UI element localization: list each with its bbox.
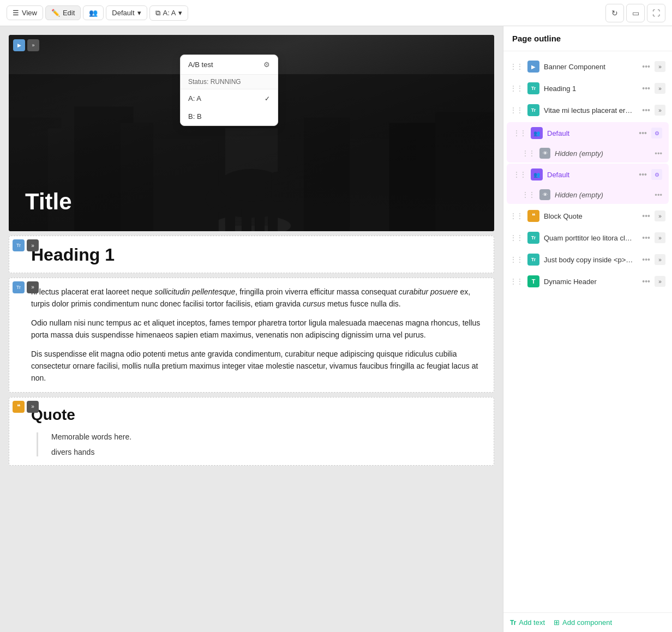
- heading-block-icon: Tr: [13, 239, 25, 251]
- outline-expand-default2[interactable]: ⚙: [651, 169, 662, 180]
- svg-rect-16: [242, 207, 251, 231]
- desktop-button[interactable]: ▭: [626, 4, 645, 22]
- outline-dots-justbody[interactable]: •••: [640, 254, 652, 265]
- outline-actions-vitae: ••• »: [640, 105, 665, 116]
- chevron-down-icon: ▾: [137, 9, 141, 17]
- quote-title: Quote: [31, 406, 486, 424]
- edit-icon: ✏️: [51, 9, 60, 17]
- drag-handle-blockquote: ⋮⋮: [510, 212, 523, 220]
- heading-expand-button[interactable]: »: [27, 239, 39, 251]
- add-component-label: Add component: [562, 618, 612, 627]
- outline-dots-blockquote[interactable]: •••: [640, 210, 652, 221]
- canvas-area[interactable]: A/B test ⚙ Status: RUNNING A: A ✓ B: B: [0, 26, 503, 632]
- drag-handle-hidden1: ⋮⋮: [522, 149, 535, 157]
- ab-dropdown: A/B test ⚙ Status: RUNNING A: A ✓ B: B: [180, 55, 278, 126]
- quote-text: Memorable words here.: [51, 432, 486, 441]
- edit-button[interactable]: ✏️ Edit: [45, 5, 81, 20]
- outline-sub-hidden2[interactable]: ⋮⋮ 👁 Hidden (empty) •••: [507, 185, 669, 204]
- default-dropdown[interactable]: Default ▾: [106, 5, 147, 20]
- quote-expand-button[interactable]: »: [27, 401, 39, 413]
- outline-expand-justbody[interactable]: »: [655, 254, 665, 265]
- outline-dots-default2[interactable]: •••: [637, 169, 649, 180]
- ab-option-b-label: B: B: [188, 112, 202, 121]
- outline-actions-heading1: ••• »: [640, 83, 665, 94]
- banner-expand-button[interactable]: »: [27, 39, 39, 51]
- ab-option-a[interactable]: A: A ✓: [181, 89, 278, 107]
- chevron-down-icon-2: ▾: [178, 9, 182, 17]
- outline-dots-banner[interactable]: •••: [640, 61, 652, 72]
- panel-header: Page outline: [503, 26, 672, 51]
- drag-handle-vitae: ⋮⋮: [510, 106, 523, 114]
- fullscreen-button[interactable]: ⛶: [647, 4, 665, 22]
- text-paragraph-1: ni lectus placerat erat laoreet neque so…: [31, 286, 486, 310]
- toolbar: ☰ View ✏️ Edit 👥 Default ▾ ⧉ A: A ▾ ↻ ▭ …: [0, 0, 672, 26]
- ab-test-title: A/B test: [188, 61, 213, 69]
- default-label: Default: [112, 9, 134, 17]
- view-button[interactable]: ☰ View: [7, 5, 43, 20]
- users-button[interactable]: 👥: [83, 5, 104, 20]
- add-component-button[interactable]: ⊞ Add component: [554, 618, 612, 627]
- outline-expand-quam[interactable]: »: [655, 232, 665, 243]
- panel-footer: Tr Add text ⊞ Add component: [503, 612, 672, 632]
- ab-option-a-label: A: A: [188, 94, 201, 103]
- outline-dots-vitae[interactable]: •••: [640, 105, 652, 116]
- svg-rect-11: [435, 112, 494, 231]
- outline-expand-default1[interactable]: ⚙: [651, 128, 662, 139]
- main-area: A/B test ⚙ Status: RUNNING A: A ✓ B: B: [0, 26, 672, 632]
- svg-rect-18: [268, 204, 278, 231]
- outline-item-banner[interactable]: ⋮⋮ ▶ Banner Component ••• »: [503, 56, 672, 77]
- quote-block-handle: ❝ »: [13, 401, 39, 413]
- ab-variant-dropdown[interactable]: ⧉ A: A ▾: [149, 5, 189, 21]
- drag-handle-dynamicheader: ⋮⋮: [510, 278, 523, 285]
- outline-icon-justbody: Tr: [527, 254, 539, 266]
- add-text-button[interactable]: Tr Add text: [510, 618, 545, 627]
- ab-settings-icon[interactable]: ⚙: [263, 61, 270, 69]
- desktop-icon: ▭: [632, 9, 639, 17]
- text-paragraph-3: Dis suspendisse elit magna odio potenti …: [31, 348, 486, 384]
- outline-item-heading1[interactable]: ⋮⋮ Tr Heading 1 ••• »: [503, 77, 672, 99]
- outline-icon-hidden1: 👁: [539, 148, 550, 159]
- outline-expand-vitae[interactable]: »: [655, 105, 665, 116]
- outline-item-quam[interactable]: ⋮⋮ Tr Quam porttitor leo litora clas... …: [503, 227, 672, 249]
- outline-actions-default1: ••• ⚙: [637, 128, 662, 139]
- outline-dots-heading1[interactable]: •••: [640, 83, 652, 94]
- outline-icon-blockquote: ❝: [527, 210, 539, 222]
- quote-content: Memorable words here. divers hands: [37, 432, 486, 456]
- outline-dots-dynamicheader[interactable]: •••: [640, 276, 652, 287]
- outline-item-default2[interactable]: ⋮⋮ 👥 Default ••• ⚙: [507, 164, 669, 185]
- outline-item-vitae[interactable]: ⋮⋮ Tr Vitae mi lectus placerat erat l...…: [503, 99, 672, 121]
- outline-dots-quam[interactable]: •••: [640, 232, 652, 243]
- outline-sub-hidden1[interactable]: ⋮⋮ 👁 Hidden (empty) •••: [507, 144, 669, 162]
- text-paragraph-2: Odio nullam nisi nunc tempus ac et aliqu…: [31, 317, 486, 341]
- outline-expand-dynamicheader[interactable]: »: [655, 276, 665, 287]
- outline-dots-hidden2[interactable]: •••: [655, 191, 662, 199]
- drag-handle-banner: ⋮⋮: [510, 63, 523, 70]
- view-icon: ☰: [13, 9, 19, 17]
- text-block-icon: Tr: [13, 281, 25, 293]
- outline-dots-default1[interactable]: •••: [637, 128, 649, 139]
- outline-item-default1[interactable]: ⋮⋮ 👥 Default ••• ⚙: [507, 122, 669, 144]
- outline-expand-banner[interactable]: »: [655, 61, 665, 72]
- outline-section-default1: ⋮⋮ 👥 Default ••• ⚙ ⋮⋮ 👁 Hidden (empty) •…: [507, 122, 669, 162]
- heading-block: Tr » Heading 1: [9, 236, 494, 273]
- ab-option-b[interactable]: B: B: [181, 107, 278, 125]
- outline-actions-justbody: ••• »: [640, 254, 665, 265]
- outline-expand-blockquote[interactable]: »: [655, 210, 665, 221]
- view-label: View: [22, 9, 37, 17]
- outline-label-hidden2: Hidden (empty): [555, 191, 650, 199]
- refresh-button[interactable]: ↻: [605, 4, 624, 22]
- outline-section-default2: ⋮⋮ 👥 Default ••• ⚙ ⋮⋮ 👁 Hidden (empty) •…: [507, 164, 669, 204]
- outline-icon-hidden2: 👁: [539, 189, 550, 200]
- add-text-icon: Tr: [510, 619, 516, 627]
- outline-item-justbody[interactable]: ⋮⋮ Tr Just body copy inside <p></p>... •…: [503, 249, 672, 270]
- drag-handle-justbody: ⋮⋮: [510, 256, 523, 263]
- text-expand-button[interactable]: »: [27, 281, 39, 293]
- outline-expand-heading1[interactable]: »: [655, 83, 665, 94]
- outline-dots-hidden1[interactable]: •••: [655, 149, 662, 158]
- edit-label: Edit: [63, 9, 75, 17]
- outline-item-blockquote[interactable]: ⋮⋮ ❝ Block Quote ••• »: [503, 205, 672, 227]
- text-block: Tr » ni lectus placerat erat laoreet neq…: [9, 278, 494, 393]
- outline-item-dynamicheader[interactable]: ⋮⋮ T Dynamic Header ••• »: [503, 270, 672, 292]
- outline-icon-quam: Tr: [527, 232, 539, 244]
- heading-block-handle: Tr »: [13, 239, 39, 251]
